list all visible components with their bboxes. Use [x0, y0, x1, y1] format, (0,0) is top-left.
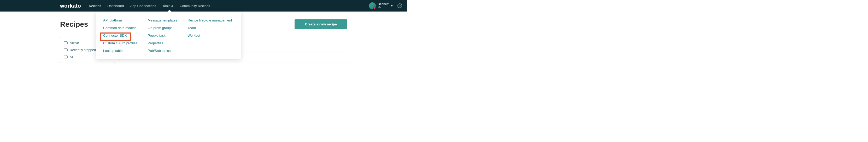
user-sub: Me: [378, 6, 389, 9]
avatar: [369, 2, 376, 9]
page-title: Recipes: [60, 20, 88, 28]
nav-tools-label: Tools: [162, 4, 170, 8]
main-nav: Recipes Dashboard App Connections Tools …: [89, 4, 210, 8]
top-navbar: workato Recipes Dashboard App Connection…: [0, 0, 407, 11]
tools-common-data-models[interactable]: Common data models: [103, 26, 137, 30]
tools-pubsub-topics[interactable]: Pub/Sub topics: [148, 49, 177, 53]
chevron-down-icon: [391, 5, 393, 6]
create-recipe-button[interactable]: Create a new recipe: [294, 19, 347, 29]
tools-team[interactable]: Team: [188, 26, 232, 30]
nav-recipes[interactable]: Recipes: [89, 4, 101, 8]
nav-community-recipes[interactable]: Community Recipes: [180, 4, 210, 8]
tools-properties[interactable]: Properties: [148, 41, 177, 45]
nav-dashboard[interactable]: Dashboard: [107, 4, 124, 8]
tools-recipe-lifecycle[interactable]: Recipe lifecycle management: [188, 18, 232, 22]
user-menu[interactable]: Bennett Me: [369, 2, 393, 9]
tools-lookup-table[interactable]: Lookup table: [103, 49, 137, 53]
nav-tools[interactable]: Tools: [162, 4, 174, 8]
tools-workbot[interactable]: Workbot: [188, 33, 232, 38]
tools-message-templates[interactable]: Message templates: [148, 18, 177, 22]
tools-on-prem-groups[interactable]: On-prem groups: [148, 26, 177, 30]
tools-connector-sdk[interactable]: Connector SDK: [103, 33, 137, 38]
user-name: Bennett: [378, 3, 389, 6]
nav-app-connections[interactable]: App Connections: [130, 4, 156, 8]
tools-custom-oauth[interactable]: Custom OAuth profiles: [103, 41, 137, 45]
tools-people-task[interactable]: People task: [148, 33, 177, 38]
folder-icon: [64, 41, 68, 44]
chevron-up-icon: [171, 5, 174, 6]
folder-icon: [64, 48, 68, 51]
help-icon[interactable]: ?: [398, 3, 402, 8]
brand-logo[interactable]: workato: [60, 3, 81, 9]
tools-api-platform[interactable]: API platform: [103, 18, 137, 22]
tools-dropdown: API platform Common data models Connecto…: [96, 11, 241, 59]
folder-icon: [64, 55, 68, 58]
